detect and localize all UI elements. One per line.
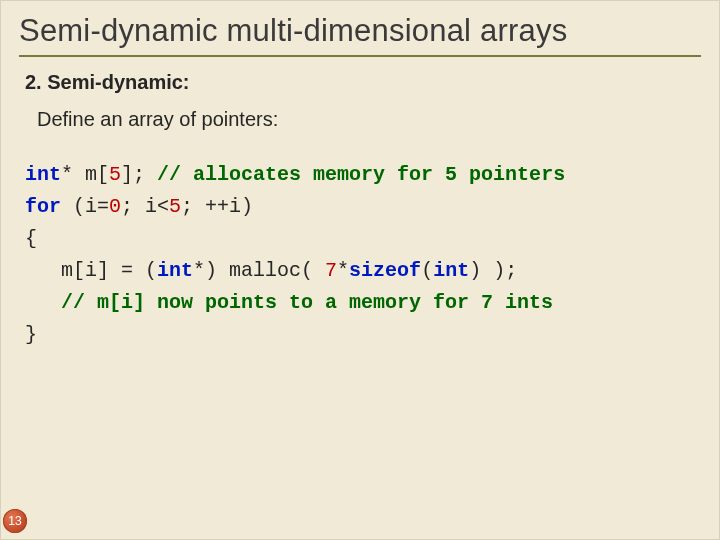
- page-number-badge: 13: [3, 509, 27, 533]
- code-comment: // allocates memory for 5 pointers: [157, 163, 565, 186]
- code-text: }: [25, 323, 37, 346]
- page-number: 13: [8, 514, 21, 528]
- code-text: *) malloc(: [193, 259, 325, 282]
- code-keyword: int: [157, 259, 193, 282]
- code-text: * m[: [61, 163, 109, 186]
- code-text: (i=: [61, 195, 109, 218]
- code-number: 5: [169, 195, 181, 218]
- slide-subtitle: 2. Semi-dynamic:: [25, 71, 695, 94]
- code-block: int* m[5]; // allocates memory for 5 poi…: [25, 159, 695, 351]
- code-text: ; i<: [121, 195, 169, 218]
- code-text: ; ++i): [181, 195, 253, 218]
- code-text: {: [25, 227, 37, 250]
- code-text: m[i] = (: [25, 259, 157, 282]
- code-number: 0: [109, 195, 121, 218]
- code-keyword: int: [25, 163, 61, 186]
- title-region: Semi-dynamic multi-dimensional arrays: [19, 13, 701, 57]
- slide-title: Semi-dynamic multi-dimensional arrays: [19, 13, 701, 49]
- code-text: ];: [121, 163, 157, 186]
- code-text: [25, 291, 61, 314]
- slide-body-text: Define an array of pointers:: [37, 108, 695, 131]
- slide: Semi-dynamic multi-dimensional arrays 2.…: [0, 0, 720, 540]
- code-comment: // m[i] now points to a memory for 7 int…: [61, 291, 553, 314]
- code-text: *: [337, 259, 349, 282]
- code-text: ) );: [469, 259, 517, 282]
- code-keyword: sizeof: [349, 259, 421, 282]
- code-number: 5: [109, 163, 121, 186]
- code-text: (: [421, 259, 433, 282]
- code-keyword: for: [25, 195, 61, 218]
- code-number: 7: [325, 259, 337, 282]
- code-keyword: int: [433, 259, 469, 282]
